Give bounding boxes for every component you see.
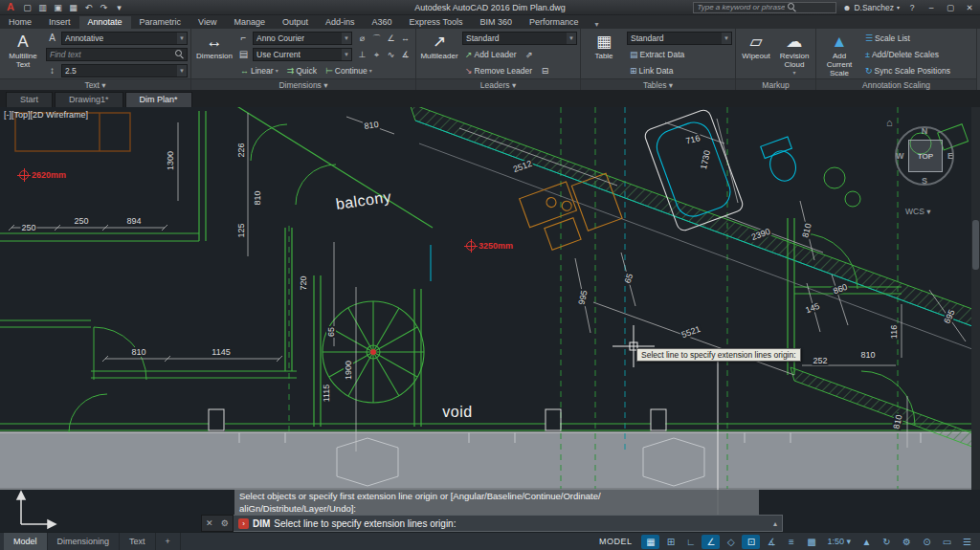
layout-tab-model[interactable]: Model: [4, 533, 48, 550]
multileader-button[interactable]: ↗ Multileader: [419, 31, 459, 77]
baseline-dim-icon[interactable]: ⊥: [355, 48, 369, 61]
quick-access-dropdown-icon[interactable]: ▾: [113, 2, 125, 13]
customization-menu-icon[interactable]: ☰: [958, 535, 976, 549]
link-data-button[interactable]: ⊞ Link Data: [627, 63, 676, 77]
lineweight-toggle[interactable]: ≡: [782, 535, 800, 549]
polar-tracking-toggle[interactable]: ∠: [702, 535, 720, 549]
dim-style-select[interactable]: Anno Courier▼: [253, 32, 352, 45]
layout-tab-item[interactable]: +: [156, 533, 181, 550]
file-tab-dim-plan[interactable]: Dim Plan*: [125, 92, 192, 107]
tables-panel-label[interactable]: Tables ▾: [581, 78, 735, 90]
help-icon[interactable]: ?: [905, 3, 919, 12]
continue-dim-button[interactable]: ⊢ Continue ▾: [323, 63, 375, 77]
ribbon-tab-a360[interactable]: A360: [364, 16, 401, 29]
remove-leader-button[interactable]: ↘ Remove Leader: [462, 63, 535, 77]
ribbon-tab-annotate[interactable]: Annotate: [79, 16, 131, 29]
signin-user-button[interactable]: ☻ D.Sanchez ▾: [842, 3, 900, 12]
jogged-dim-icon[interactable]: ∿: [384, 48, 398, 61]
annotation-monitor-icon[interactable]: ⊙: [918, 535, 936, 549]
annotation-visibility-toggle[interactable]: ▲: [858, 535, 876, 549]
dropdown-arrow-icon[interactable]: ▼: [342, 33, 351, 44]
ribbon-tab-output[interactable]: Output: [274, 16, 317, 29]
undo-icon[interactable]: ↶: [82, 2, 95, 13]
ribbon-tab-insert[interactable]: Insert: [40, 16, 79, 29]
find-text-icon[interactable]: [175, 50, 184, 58]
linear-dim-icon[interactable]: ↔: [398, 32, 412, 45]
text-panel-label[interactable]: Text ▾: [0, 78, 190, 90]
linear-dim-button[interactable]: ↔ Linear ▾: [237, 63, 281, 77]
object-snap-tracking-toggle[interactable]: ∡: [762, 535, 780, 549]
ribbon-tab-performance[interactable]: Performance: [521, 16, 588, 29]
command-bar[interactable]: ✕ ⚙ › DIM Select line to specify extensi…: [201, 515, 783, 532]
find-text-input[interactable]: Find text: [46, 48, 188, 61]
wipeout-button[interactable]: ▱ Wipeout: [739, 31, 773, 77]
workspace-switching-icon[interactable]: ⚙: [898, 535, 916, 549]
dropdown-arrow-icon[interactable]: ▼: [567, 33, 576, 44]
scale-list-button[interactable]: ☰ Scale List: [862, 31, 913, 45]
markup-panel-label[interactable]: Markup: [736, 78, 815, 90]
isodraft-toggle[interactable]: ◇: [722, 535, 740, 549]
command-history-toggle-icon[interactable]: ▴: [773, 519, 777, 528]
grid-toggle[interactable]: ▦: [641, 535, 659, 549]
sync-scale-positions-button[interactable]: ↻ Sync Scale Positions: [862, 63, 953, 77]
command-close-icon[interactable]: ✕: [206, 518, 213, 528]
viewcube-south[interactable]: S: [922, 176, 927, 186]
search-icon[interactable]: [788, 3, 796, 11]
add-current-scale-button[interactable]: ▲ Add Current Scale: [819, 31, 859, 77]
command-input[interactable]: › DIM Select line to specify extension l…: [234, 515, 783, 532]
scrollbar-thumb[interactable]: [972, 220, 979, 270]
dimensions-panel-label[interactable]: Dimensions ▾: [191, 78, 415, 90]
viewcube-north[interactable]: N: [922, 126, 928, 136]
dim-break-icon[interactable]: ⌀: [355, 32, 369, 45]
leader-style-select[interactable]: Standard▼: [462, 32, 577, 45]
viewport-controls[interactable]: [-][Top][2D Wireframe]: [4, 110, 88, 120]
file-tab-start[interactable]: Start: [6, 92, 53, 107]
model-space-button[interactable]: MODEL: [591, 537, 640, 546]
arc-length-icon[interactable]: ⌒: [369, 32, 384, 45]
revision-cloud-button[interactable]: ☁ Revision Cloud ▾: [776, 31, 813, 77]
autocad-logo-icon[interactable]: A: [4, 2, 17, 12]
snap-toggle[interactable]: ⊞: [661, 535, 679, 549]
new-file-icon[interactable]: ▢: [21, 2, 33, 13]
help-search-input[interactable]: Type a keyword or phrase: [693, 2, 836, 13]
ribbon-tab-home[interactable]: Home: [0, 16, 40, 29]
text-style-select[interactable]: Annotative▼: [61, 32, 188, 45]
ribbon-tab-parametric[interactable]: Parametric: [131, 16, 190, 29]
add-delete-scales-button[interactable]: ± Add/Delete Scales: [862, 47, 942, 61]
ribbon-tab-express-tools[interactable]: Express Tools: [401, 16, 472, 29]
viewcube-west[interactable]: W: [896, 151, 904, 161]
ribbon-tab-manage[interactable]: Manage: [225, 16, 274, 29]
close-icon[interactable]: ✕: [963, 3, 976, 12]
plot-icon[interactable]: ▦: [67, 2, 79, 13]
annotation-scaling-panel-label[interactable]: Annotation Scaling: [816, 78, 976, 90]
transparency-toggle[interactable]: ▩: [802, 535, 820, 549]
table-style-select[interactable]: Standard▼: [627, 32, 732, 45]
save-icon[interactable]: ▣: [52, 2, 64, 13]
align-leaders-icon[interactable]: ⇗: [523, 48, 537, 61]
extract-data-button[interactable]: ▤ Extract Data: [627, 47, 687, 61]
collect-leaders-icon[interactable]: ⊟: [538, 64, 552, 77]
multiline-text-button[interactable]: A Multiline Text: [3, 31, 43, 77]
inspect-dim-icon[interactable]: ∡: [398, 48, 412, 61]
text-height-select[interactable]: 2.5▼: [61, 64, 188, 77]
annotation-scale-button[interactable]: 1:50 ▾: [822, 535, 856, 549]
quick-properties-icon[interactable]: ▭: [938, 535, 956, 549]
viewcube-top-face[interactable]: TOP: [908, 140, 943, 172]
object-snap-toggle[interactable]: ⊡: [742, 535, 760, 549]
minimize-icon[interactable]: –: [924, 3, 938, 12]
command-customize-icon[interactable]: ⚙: [221, 518, 229, 528]
wcs-dropdown[interactable]: WCS ▾: [905, 207, 930, 216]
center-mark-icon[interactable]: ⌖: [369, 48, 384, 61]
ribbon-collapse-icon[interactable]: ▾: [590, 20, 602, 29]
dropdown-arrow-icon[interactable]: ▼: [177, 33, 187, 44]
viewcube-home-icon[interactable]: ⌂: [886, 117, 893, 128]
dropdown-arrow-icon[interactable]: ▼: [177, 65, 187, 77]
open-file-icon[interactable]: ▥: [36, 2, 49, 13]
ribbon-tab-add-ins[interactable]: Add-ins: [317, 16, 364, 29]
restore-icon[interactable]: ▢: [944, 3, 957, 12]
add-leader-button[interactable]: ↗ Add Leader: [462, 47, 520, 61]
table-button[interactable]: ▦ Table: [584, 31, 624, 77]
viewcube-east[interactable]: E: [947, 151, 953, 161]
leaders-panel-label[interactable]: Leaders ▾: [416, 78, 580, 90]
dropdown-arrow-icon[interactable]: ▼: [342, 49, 351, 60]
